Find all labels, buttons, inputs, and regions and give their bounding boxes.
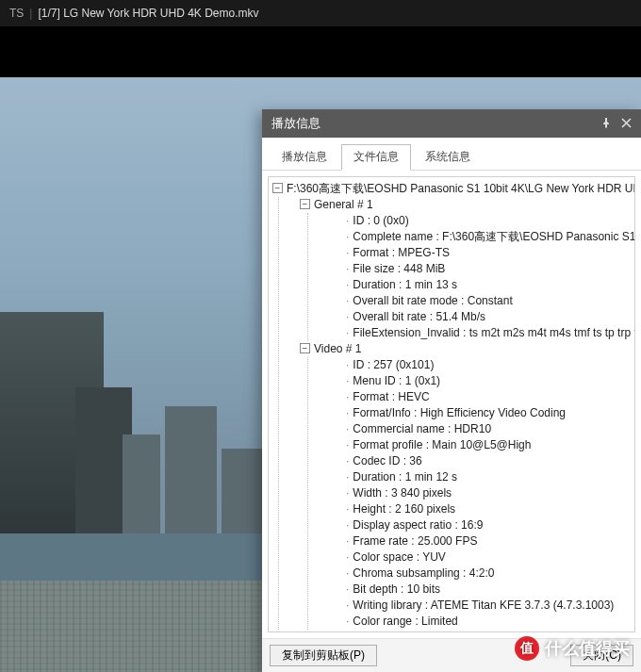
tree-item[interactable]: ·Display aspect ratio : 16:9: [346, 517, 634, 533]
tree-item[interactable]: ·Commercial name : HDR10: [346, 421, 634, 437]
tree-item[interactable]: ·ID : 0 (0x0): [346, 213, 634, 229]
watermark-badge-icon: 值: [515, 636, 539, 661]
tree-item[interactable]: ·Complete name : F:\360高速下载\EOSHD Panaso…: [346, 229, 634, 245]
tree-item[interactable]: ·Color space : YUV: [346, 549, 634, 565]
tree-item[interactable]: ·Bit depth : 10 bits: [346, 582, 634, 598]
media-info-tree[interactable]: −F:\360高速下载\EOSHD Panasonic S1 10bit 4K\…: [268, 176, 635, 632]
watermark: 值 什么值得买: [515, 636, 630, 661]
tree-item[interactable]: ·Format/Info : High Efficiency Video Cod…: [346, 405, 634, 421]
tree-item[interactable]: ·File size : 448 MiB: [346, 261, 634, 277]
tree-item[interactable]: ·Format : MPEG-TS: [346, 245, 634, 261]
tree-item[interactable]: ·Writing library : ATEME Titan KFE 3.7.3…: [346, 598, 634, 614]
collapse-icon[interactable]: −: [272, 183, 283, 193]
tree-item[interactable]: ·Format : HEVC: [346, 389, 634, 405]
tree-general-header[interactable]: −General # 1: [300, 197, 634, 213]
tree-video-header[interactable]: −Video # 1: [300, 341, 634, 357]
player-title-bar: TS | [1/7] LG New York HDR UHD 4K Demo.m…: [0, 0, 641, 26]
watermark-text: 什么值得买: [545, 637, 630, 660]
dialog-title-text: 播放信息: [271, 115, 320, 132]
playback-info-dialog: 播放信息 播放信息 文件信息 系统信息 −F:\360高速下载\EOSHD Pa…: [262, 109, 641, 672]
collapse-icon[interactable]: −: [300, 199, 310, 209]
tree-item[interactable]: ·Chroma subsampling : 4:2:0: [346, 565, 634, 582]
current-file-title: [1/7] LG New York HDR UHD 4K Demo.mkv: [38, 7, 258, 20]
tab-play-info[interactable]: 播放信息: [270, 144, 339, 170]
pin-icon[interactable]: [600, 117, 612, 131]
tree-item[interactable]: ·Overall bit rate : 51.4 Mb/s: [346, 309, 634, 325]
tree-item[interactable]: ·Menu ID : 1 (0x1): [346, 373, 634, 389]
tree-item[interactable]: ·Height : 2 160 pixels: [346, 501, 634, 517]
separator: |: [29, 7, 32, 20]
tree-item[interactable]: ·Frame rate : 25.000 FPS: [346, 533, 634, 549]
tab-system-info[interactable]: 系统信息: [413, 144, 483, 170]
copy-clipboard-button[interactable]: 复制到剪贴板(P): [270, 645, 377, 666]
dialog-titlebar[interactable]: 播放信息: [262, 109, 641, 138]
dialog-tabstrip: 播放信息 文件信息 系统信息: [262, 138, 641, 171]
collapse-icon[interactable]: −: [300, 343, 310, 353]
video-area: 播放信息 播放信息 文件信息 系统信息 −F:\360高速下载\EOSHD Pa…: [0, 26, 641, 672]
tab-file-info[interactable]: 文件信息: [341, 144, 411, 171]
tree-item[interactable]: ·FileExtension_Invalid : ts m2t m2s m4t …: [346, 325, 634, 341]
close-icon[interactable]: [621, 117, 632, 131]
tree-item[interactable]: ·Width : 3 840 pixels: [346, 485, 634, 501]
tree-item[interactable]: ·Overall bit rate mode : Constant: [346, 293, 634, 309]
tree-item[interactable]: ·Duration : 1 min 13 s: [346, 277, 634, 293]
tree-item[interactable]: ·Codec ID : 36: [346, 453, 634, 469]
tree-root[interactable]: −F:\360高速下载\EOSHD Panasonic S1 10bit 4K\…: [272, 181, 634, 197]
tree-item[interactable]: ·Format profile : Main 10@L5@High: [346, 437, 634, 453]
tree-item[interactable]: ·ID : 257 (0x101): [346, 357, 634, 373]
format-indicator: TS: [9, 7, 24, 20]
tree-item[interactable]: ·Color range : Limited: [346, 614, 634, 630]
tree-item[interactable]: ·Duration : 1 min 12 s: [346, 469, 634, 485]
